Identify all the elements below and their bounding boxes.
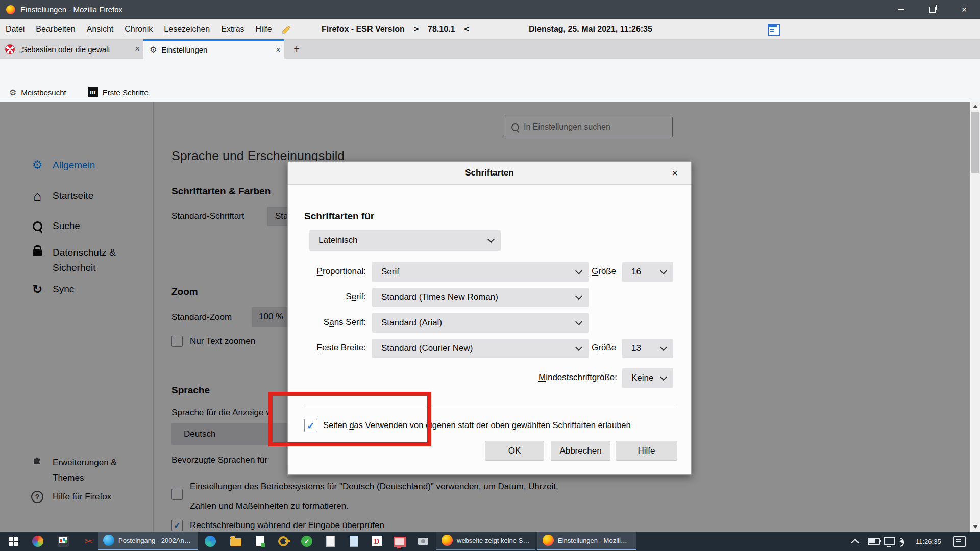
task-posteingang[interactable]: Posteingang - 2002An… [98, 532, 198, 550]
close-icon: × [962, 5, 967, 14]
serif-label: Serif: [304, 292, 366, 302]
menu-extras[interactable]: Extras [215, 19, 250, 39]
titlebar: Einstellungen - Mozilla Firefox × [0, 0, 980, 19]
task-label: Posteingang - 2002An… [118, 537, 191, 544]
size-label-1: Größe [592, 266, 616, 277]
menu-hilfe[interactable]: Hilfe [250, 19, 278, 39]
notification-center-icon[interactable] [953, 532, 966, 551]
window-panel-icon[interactable] [768, 24, 780, 36]
firefox-icon [543, 535, 554, 546]
size-select-1[interactable]: 16 [622, 262, 673, 282]
tray-expand-button[interactable] [853, 532, 859, 551]
chevron-down-icon [575, 344, 582, 351]
chevron-down-icon [660, 344, 667, 351]
cancel-button[interactable]: Abbrechen [551, 441, 610, 461]
tab-close-icon[interactable]: × [272, 45, 284, 55]
menu-bar: Datei Bearbeiten Ansicht Chronik Lesezei… [0, 19, 980, 39]
notes-doc-icon[interactable] [254, 535, 266, 547]
scrollbar-thumb[interactable] [971, 112, 979, 173]
bookmark-erste-schritte[interactable]: Erste Schritte [103, 88, 149, 97]
page-scrollbar[interactable] [970, 102, 980, 532]
chevron-down-icon [487, 236, 495, 243]
tab-favicon-pinwheel [5, 44, 15, 54]
dialog-close-button[interactable]: × [666, 162, 684, 184]
size-select-2[interactable]: 13 [622, 339, 673, 358]
tab-title: Einstellungen [161, 45, 272, 54]
menu-chronik[interactable]: Chronik [119, 19, 158, 39]
chevron-down-icon [660, 267, 667, 274]
antivirus-check-icon[interactable]: ✓ [301, 535, 313, 547]
new-tab-button[interactable]: + [289, 41, 304, 57]
screen: Einstellungen - Mozilla Firefox × Datei … [0, 0, 980, 551]
document-icon[interactable] [324, 535, 336, 547]
fonts-for-label: Schriftarten für [304, 211, 374, 222]
ok-button[interactable]: OK [485, 441, 544, 461]
task-label: webseite zeigt keine S… [457, 537, 529, 544]
thunderbird-icon [103, 535, 114, 546]
edge-icon[interactable] [204, 535, 216, 547]
serif-select[interactable]: Standard (Times New Roman) [372, 288, 589, 307]
scroll-down-icon[interactable] [973, 525, 978, 529]
taskbar: ✂ Posteingang - 2002An… ✓ D webseite zei… [0, 532, 980, 551]
minimize-button[interactable] [885, 0, 917, 19]
menubar-datetime: Dienstag, 25. Mai 2021, 11:26:35 [529, 19, 652, 39]
task-label: Einstellungen - Mozill… [558, 537, 627, 544]
chevron-down-icon [575, 267, 582, 274]
minimize-icon [898, 9, 904, 10]
task-webseite[interactable]: webseite zeigt keine S… [436, 532, 535, 550]
camera-app-icon[interactable] [417, 535, 429, 547]
chevron-down-icon [575, 293, 582, 300]
network-icon[interactable] [884, 532, 895, 551]
windows-logo-icon [9, 537, 18, 546]
taskbar-chart-app-icon[interactable] [57, 535, 69, 547]
annotation-red-rectangle [268, 392, 431, 446]
restore-button[interactable] [917, 0, 948, 19]
bookmark-meistbesucht[interactable]: Meistbesucht [21, 88, 66, 97]
sans-serif-select[interactable]: Standard (Arial) [372, 313, 589, 333]
sans-serif-label: Sans Serif: [304, 317, 366, 328]
start-button[interactable] [7, 535, 19, 547]
pencil-icon[interactable] [281, 23, 292, 35]
dialog-title: Schriftarten [288, 162, 691, 184]
tab-close-icon[interactable]: × [131, 44, 143, 54]
volume-icon[interactable] [899, 532, 903, 551]
taskbar-snipping-icon[interactable]: ✂ [83, 535, 95, 547]
min-font-size-select[interactable]: Keine [622, 368, 673, 388]
menu-bearbeiten[interactable]: Bearbeiten [30, 19, 81, 39]
taskbar-pinwheel-icon[interactable] [32, 535, 44, 547]
window-controls: × [885, 0, 980, 19]
keepass-key-icon[interactable] [277, 535, 289, 547]
blue-document-icon[interactable] [348, 535, 360, 547]
task-einstellungen[interactable]: Einstellungen - Mozill… [537, 532, 636, 550]
tray-clock[interactable]: 11:26:35 [916, 532, 941, 551]
monospace-select[interactable]: Standard (Courier New) [372, 339, 589, 358]
window-title: Einstellungen - Mozilla Firefox [20, 5, 122, 14]
navigation-toolbar: ← → ↻ ⌂ Firefox about:preferences#genera… [0, 59, 980, 84]
d-app-icon[interactable]: D [371, 535, 383, 547]
tab-title: „Sebastian oder die gewalt [19, 45, 131, 54]
file-explorer-icon[interactable] [230, 535, 242, 547]
chevron-up-icon [851, 538, 860, 546]
tab-sebastian[interactable]: „Sebastian oder die gewalt × [0, 39, 144, 59]
m-favicon: m [88, 87, 98, 97]
size-label-2: Größe [592, 343, 616, 353]
proportional-label: Proportional: [304, 266, 366, 277]
firefox-logo-icon [6, 5, 15, 14]
tab-bar: „Sebastian oder die gewalt × ⚙ Einstellu… [0, 39, 980, 59]
scroll-up-icon[interactable] [973, 105, 978, 108]
close-button[interactable]: × [948, 0, 980, 19]
tab-einstellungen[interactable]: ⚙ Einstellungen × [143, 39, 284, 59]
monospace-label: Feste Breite: [304, 343, 366, 353]
battery-icon[interactable] [868, 532, 880, 551]
menu-lesezeichen[interactable]: Lesezeichen [158, 19, 215, 39]
remote-monitor-icon[interactable] [394, 535, 406, 547]
menu-ansicht[interactable]: Ansicht [81, 19, 119, 39]
restore-icon [929, 7, 936, 13]
esr-version-text: Firefox - ESR Version > 78.10.1 < [322, 19, 469, 39]
script-select[interactable]: Lateinisch [309, 230, 501, 251]
help-button[interactable]: Hilfe [616, 441, 677, 461]
menu-datei[interactable]: Datei [0, 19, 30, 39]
proportional-select[interactable]: Serif [372, 262, 589, 282]
gear-icon: ⚙ [150, 45, 157, 55]
chevron-down-icon [575, 318, 582, 325]
